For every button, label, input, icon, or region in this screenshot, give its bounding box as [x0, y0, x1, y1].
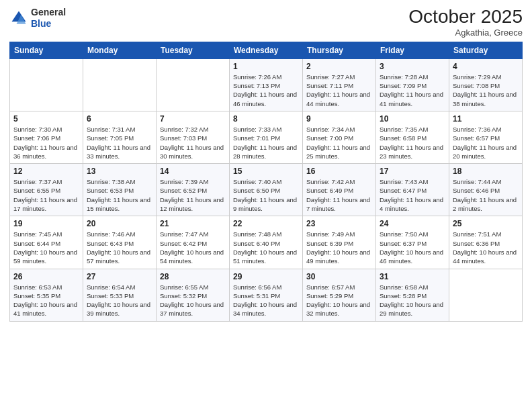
day-number: 5: [13, 114, 79, 124]
day-info: Sunrise: 6:54 AMSunset: 5:33 PMDaylight:…: [87, 283, 152, 318]
day-number: 24: [380, 219, 445, 228]
calendar-cell: 23Sunrise: 7:49 AMSunset: 6:39 PMDayligh…: [303, 216, 376, 269]
day-info: Sunrise: 7:38 AMSunset: 6:53 PMDaylight:…: [87, 177, 152, 213]
day-number: 11: [453, 114, 519, 124]
day-number: 16: [306, 167, 372, 176]
day-info: Sunrise: 7:33 AMSunset: 7:01 PMDaylight:…: [233, 125, 299, 161]
day-info: Sunrise: 7:31 AMSunset: 7:05 PMDaylight:…: [87, 125, 152, 161]
day-info: Sunrise: 7:46 AMSunset: 6:43 PMDaylight:…: [87, 230, 152, 265]
day-info: Sunrise: 7:37 AMSunset: 6:55 PMDaylight:…: [13, 177, 79, 213]
calendar-cell: 26Sunrise: 6:53 AMSunset: 5:35 PMDayligh…: [10, 269, 83, 321]
calendar-cell: 14Sunrise: 7:39 AMSunset: 6:52 PMDayligh…: [157, 164, 230, 216]
day-number: 25: [453, 219, 519, 228]
day-info: Sunrise: 7:36 AMSunset: 6:57 PMDaylight:…: [453, 125, 519, 161]
calendar-cell: 24Sunrise: 7:50 AMSunset: 6:37 PMDayligh…: [376, 216, 449, 269]
day-number: 22: [233, 219, 299, 228]
day-number: 6: [87, 114, 152, 124]
weekday-header-friday: Friday: [376, 42, 449, 58]
day-number: 23: [306, 219, 372, 228]
day-info: Sunrise: 7:45 AMSunset: 6:44 PMDaylight:…: [13, 230, 79, 265]
calendar-week-row: 12Sunrise: 7:37 AMSunset: 6:55 PMDayligh…: [10, 164, 523, 216]
day-number: 3: [380, 62, 445, 71]
weekday-header-sunday: Sunday: [10, 42, 83, 58]
day-number: 2: [306, 62, 372, 71]
day-info: Sunrise: 7:51 AMSunset: 6:36 PMDaylight:…: [453, 230, 519, 265]
calendar-cell: 20Sunrise: 7:46 AMSunset: 6:43 PMDayligh…: [83, 216, 157, 269]
day-number: 28: [160, 272, 226, 281]
header: General Blue October 2025 Agkathia, Gree…: [9, 7, 523, 38]
calendar-table: SundayMondayTuesdayWednesdayThursdayFrid…: [9, 42, 523, 322]
day-info: Sunrise: 7:40 AMSunset: 6:50 PMDaylight:…: [233, 177, 299, 213]
calendar-cell: 16Sunrise: 7:42 AMSunset: 6:49 PMDayligh…: [303, 164, 376, 216]
weekday-header-saturday: Saturday: [449, 42, 523, 58]
day-info: Sunrise: 7:49 AMSunset: 6:39 PMDaylight:…: [306, 230, 372, 265]
day-number: 19: [13, 219, 79, 228]
calendar-cell: 25Sunrise: 7:51 AMSunset: 6:36 PMDayligh…: [449, 216, 523, 269]
calendar-cell: 11Sunrise: 7:36 AMSunset: 6:57 PMDayligh…: [449, 111, 523, 163]
day-info: Sunrise: 6:53 AMSunset: 5:35 PMDaylight:…: [13, 283, 79, 318]
calendar-cell: 4Sunrise: 7:29 AMSunset: 7:08 PMDaylight…: [449, 58, 523, 111]
calendar-cell: 30Sunrise: 6:57 AMSunset: 5:29 PMDayligh…: [303, 269, 376, 321]
calendar-cell: 5Sunrise: 7:30 AMSunset: 7:06 PMDaylight…: [10, 111, 83, 163]
day-number: 20: [87, 219, 152, 228]
day-number: 18: [453, 167, 519, 176]
day-number: 15: [233, 167, 299, 176]
day-info: Sunrise: 6:58 AMSunset: 5:28 PMDaylight:…: [380, 283, 445, 318]
day-info: Sunrise: 7:29 AMSunset: 7:08 PMDaylight:…: [453, 73, 519, 108]
calendar-cell: [157, 58, 230, 111]
calendar-cell: 15Sunrise: 7:40 AMSunset: 6:50 PMDayligh…: [230, 164, 303, 216]
day-info: Sunrise: 7:48 AMSunset: 6:40 PMDaylight:…: [233, 230, 299, 265]
calendar-cell: 29Sunrise: 6:56 AMSunset: 5:31 PMDayligh…: [230, 269, 303, 321]
day-number: 17: [380, 167, 445, 176]
calendar-cell: 6Sunrise: 7:31 AMSunset: 7:05 PMDaylight…: [83, 111, 157, 163]
calendar-cell: [83, 58, 157, 111]
day-info: Sunrise: 7:30 AMSunset: 7:06 PMDaylight:…: [13, 125, 79, 161]
logo-blue-text: Blue: [31, 18, 51, 29]
calendar-cell: 27Sunrise: 6:54 AMSunset: 5:33 PMDayligh…: [83, 269, 157, 321]
day-number: 21: [160, 219, 226, 228]
calendar-cell: 2Sunrise: 7:27 AMSunset: 7:11 PMDaylight…: [303, 58, 376, 111]
weekday-header-row: SundayMondayTuesdayWednesdayThursdayFrid…: [10, 42, 523, 58]
day-info: Sunrise: 6:56 AMSunset: 5:31 PMDaylight:…: [233, 283, 299, 318]
calendar-cell: 21Sunrise: 7:47 AMSunset: 6:42 PMDayligh…: [157, 216, 230, 269]
logo-general-text: General: [31, 7, 66, 17]
day-info: Sunrise: 7:42 AMSunset: 6:49 PMDaylight:…: [306, 177, 372, 213]
day-info: Sunrise: 7:44 AMSunset: 6:46 PMDaylight:…: [453, 177, 519, 213]
day-number: 4: [453, 62, 519, 71]
day-number: 10: [380, 114, 445, 124]
day-info: Sunrise: 7:50 AMSunset: 6:37 PMDaylight:…: [380, 230, 445, 265]
logo-icon: [9, 9, 28, 28]
day-info: Sunrise: 7:32 AMSunset: 7:03 PMDaylight:…: [160, 125, 226, 161]
calendar-week-row: 1Sunrise: 7:26 AMSunset: 7:13 PMDaylight…: [10, 58, 523, 111]
day-info: Sunrise: 7:43 AMSunset: 6:47 PMDaylight:…: [380, 177, 445, 213]
weekday-header-thursday: Thursday: [303, 42, 376, 58]
day-number: 8: [233, 114, 299, 124]
day-info: Sunrise: 7:35 AMSunset: 6:58 PMDaylight:…: [380, 125, 445, 161]
weekday-header-wednesday: Wednesday: [230, 42, 303, 58]
day-info: Sunrise: 7:26 AMSunset: 7:13 PMDaylight:…: [233, 73, 299, 108]
day-info: Sunrise: 7:39 AMSunset: 6:52 PMDaylight:…: [160, 177, 226, 213]
day-number: 31: [380, 272, 445, 281]
calendar-cell: 22Sunrise: 7:48 AMSunset: 6:40 PMDayligh…: [230, 216, 303, 269]
day-number: 26: [13, 272, 79, 281]
month-title: October 2025: [408, 7, 523, 28]
day-number: 30: [306, 272, 372, 281]
day-info: Sunrise: 7:28 AMSunset: 7:09 PMDaylight:…: [380, 73, 445, 108]
weekday-header-monday: Monday: [83, 42, 157, 58]
day-info: Sunrise: 7:34 AMSunset: 7:00 PMDaylight:…: [306, 125, 372, 161]
day-info: Sunrise: 7:27 AMSunset: 7:11 PMDaylight:…: [306, 73, 372, 108]
day-info: Sunrise: 6:57 AMSunset: 5:29 PMDaylight:…: [306, 283, 372, 318]
title-block: October 2025 Agkathia, Greece: [408, 7, 523, 38]
day-number: 13: [87, 167, 152, 176]
calendar-week-row: 5Sunrise: 7:30 AMSunset: 7:06 PMDaylight…: [10, 111, 523, 163]
calendar-cell: 7Sunrise: 7:32 AMSunset: 7:03 PMDaylight…: [157, 111, 230, 163]
day-number: 29: [233, 272, 299, 281]
calendar-cell: 28Sunrise: 6:55 AMSunset: 5:32 PMDayligh…: [157, 269, 230, 321]
calendar-cell: 1Sunrise: 7:26 AMSunset: 7:13 PMDaylight…: [230, 58, 303, 111]
day-number: 9: [306, 114, 372, 124]
calendar-cell: 18Sunrise: 7:44 AMSunset: 6:46 PMDayligh…: [449, 164, 523, 216]
day-info: Sunrise: 7:47 AMSunset: 6:42 PMDaylight:…: [160, 230, 226, 265]
logo: General Blue: [9, 7, 66, 30]
calendar-cell: 3Sunrise: 7:28 AMSunset: 7:09 PMDaylight…: [376, 58, 449, 111]
calendar-cell: 8Sunrise: 7:33 AMSunset: 7:01 PMDaylight…: [230, 111, 303, 163]
